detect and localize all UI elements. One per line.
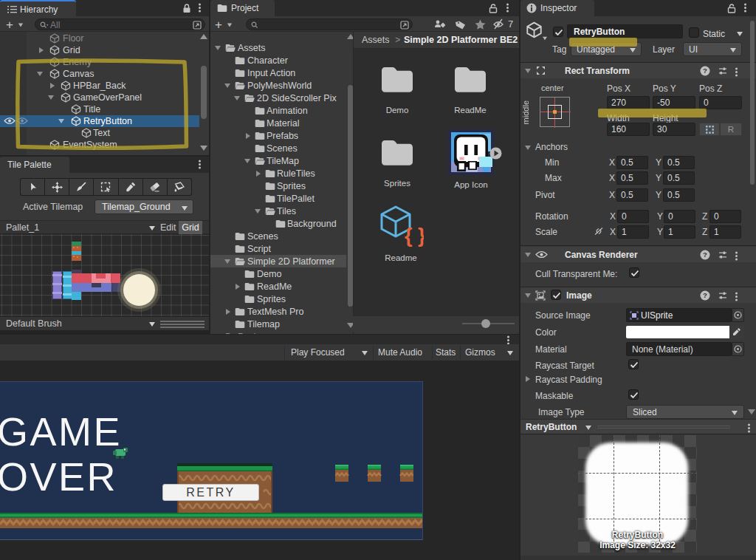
svg-text:{ }: { }	[405, 225, 424, 247]
